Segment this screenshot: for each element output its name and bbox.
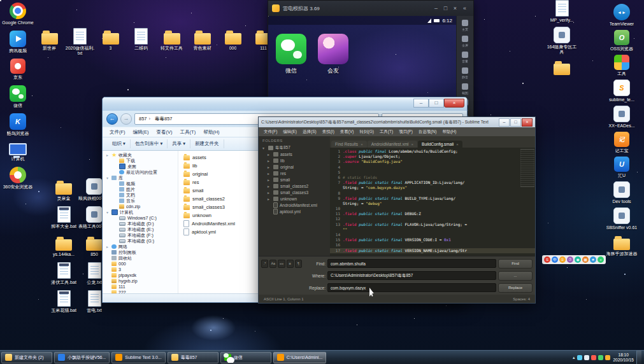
emulator-toolbar-item[interactable]: 截图 [461,83,469,96]
menu-item[interactable]: 查看(V) [338,129,357,136]
desktop-icon[interactable]: O OSS浏览器 [605,30,638,52]
find-toggle-icon[interactable]: ¶ [295,260,302,268]
quick-launch-icon[interactable]: + [597,256,604,263]
replace-button[interactable]: Replace [498,283,533,293]
nav-tree-item[interactable]: 视频 [103,181,178,186]
tray-icon[interactable] [591,355,596,360]
desktop-icon[interactable]: 新世界 [34,28,64,56]
tree-item[interactable]: AndroidManifest.xml [259,202,330,208]
toolbar-button[interactable]: 组织 ▾ [108,139,131,148]
breadcrumb-item[interactable]: 857 [138,116,154,122]
tree-item[interactable]: ▸ assets [259,151,330,157]
nav-tree-item[interactable]: ▾ 计算机 [103,209,178,215]
expand-arrow-icon[interactable]: ▸ [268,197,271,201]
tree-item[interactable]: ▸ smali_classes2 [259,183,330,189]
nav-tree-item[interactable]: 000 [103,261,178,267]
taskbar-button[interactable]: C:\Users\Admini... [273,352,326,363]
nav-tree-item[interactable]: 本地磁盘 (G:) [103,238,178,244]
status-indent[interactable]: Spaces: 4 [513,297,530,301]
tray-expand-icon[interactable]: ▴ [573,355,575,360]
menu-item[interactable]: 工具(T) [177,129,199,136]
nav-tree-item[interactable]: 3 [103,267,178,272]
quick-launch-icon[interactable]: ◉ [575,256,581,263]
tree-item[interactable]: apktool.yml [259,208,330,214]
tree-item[interactable]: ▸ unknown [259,195,330,202]
desktop-icon[interactable]: 164随身专区工具 [545,27,578,55]
desktop-icon[interactable]: 000 [218,28,248,56]
tray-icon[interactable] [584,355,589,360]
nav-tree-item[interactable]: 音乐 [103,198,178,204]
expand-arrow-icon[interactable]: ▸ [268,171,271,176]
tree-item[interactable]: ▸ original [259,164,330,170]
taskbar-button[interactable]: 新建文件夹 (2) [1,352,52,363]
quick-launch-icon[interactable]: 中 [552,256,558,263]
emulator-toolbar-item[interactable]: 音量 [461,52,469,64]
nav-tree-item[interactable]: hygxb.zip [103,278,178,284]
desktop-icon[interactable]: ◄► TeamViewer [605,4,638,27]
quick-launch-icon[interactable]: ▦ [582,256,589,263]
emulator-toolbar-item[interactable]: 主页 [461,20,469,32]
desktop-icon[interactable]: 计算机 [1,141,34,162]
nav-tree-item[interactable]: ptpayxdk [103,272,178,278]
menu-item[interactable]: 编辑(E) [130,129,152,136]
minimap[interactable] [520,149,534,187]
desktop-icon[interactable]: MP_verify... [545,0,578,23]
expand-arrow-icon[interactable]: ▸ [268,158,271,163]
emulator-window-control-button[interactable]: × [450,5,460,11]
desktop-icon[interactable]: S sublime_te... [605,80,638,102]
desktop-icon[interactable]: 青色素材 [187,28,217,56]
find-toggle-icon[interactable]: «» [278,260,285,268]
menu-item[interactable]: 文件(F) [106,129,129,136]
expand-arrow-icon[interactable]: ▾ [105,210,110,214]
explorer-titlebar[interactable]: –□× [103,97,467,111]
desktop-icon[interactable]: ys.144ka... [47,234,80,257]
tree-item[interactable]: ▸ smali_classes3 [259,189,330,195]
code-editor[interactable]: 1.class public final Lcom/abmbm/shuifa/B… [330,148,535,256]
menu-item[interactable]: 帮助(H) [200,129,222,136]
desktop-icon[interactable]: XX~EADes... [605,106,638,129]
find-toggle-icon[interactable]: .* [261,260,268,268]
expand-arrow-icon[interactable]: ▸ [268,184,271,188]
back-button[interactable]: ← [106,113,118,125]
desktop-icon[interactable]: U 汇U [605,157,638,178]
editor-tab[interactable]: Find Results [331,141,367,148]
nav-tree-item[interactable]: 文档 [103,192,178,198]
toolbar-button[interactable]: 共享 ▾ [168,139,190,148]
tree-item[interactable]: ▸ smali [259,176,330,183]
quick-launch-icon[interactable]: S [544,256,550,263]
tree-item[interactable]: ▸ res [259,170,330,176]
emulator-app[interactable]: 微信 [276,34,306,75]
emulator-toolbar-item[interactable]: 静音 [461,67,469,80]
menu-item[interactable]: 首选项(N) [416,129,440,136]
toolbar-button[interactable]: 新建文件夹 [190,139,224,148]
desktop-icon[interactable]: 潜伏工具.bat [47,262,80,285]
nav-tree-item[interactable]: 最近访问的位置 [103,169,178,175]
expand-arrow-icon[interactable]: ▾ [105,176,110,180]
tray-icon[interactable] [577,355,582,360]
expand-arrow-icon[interactable]: ▾ [262,146,266,150]
emulator-window-control-button[interactable]: □ [441,5,450,11]
nav-tree-item[interactable]: 下载 [103,158,178,164]
desktop-icon[interactable]: 记 记工宝 [605,132,638,153]
desktop-icon[interactable]: Google Chrome [1,3,34,25]
sublime-window-control-button[interactable]: – [499,118,510,127]
desktop-icon[interactable]: 微信 [1,85,34,108]
menu-item[interactable]: 查找(I) [320,129,337,136]
menu-item[interactable]: 文件(F) [261,129,280,136]
taskbar-button[interactable]: 毒毒857 [168,352,218,363]
quick-launch-icon[interactable]: ★ [590,256,596,263]
desktop-icon[interactable]: SBSniffer v0.61 [605,207,638,230]
expand-arrow-icon[interactable]: ▸ [105,244,110,249]
explorer-window-control-button[interactable]: × [444,99,464,108]
menu-item[interactable]: 帮助(H) [440,129,459,136]
menu-item[interactable]: 工具(T) [377,129,396,136]
taskbar-button[interactable]: 微信 [220,352,271,363]
where-browse-button[interactable]: ... [498,271,533,281]
find-toggle-icon[interactable]: Aa [269,260,276,268]
desktop-icon[interactable]: 京东 [1,59,34,80]
taskbar-clock[interactable]: 18:10 2020/10/15 [613,353,634,362]
editor-tab[interactable]: AndroidManifest.xml [368,141,417,148]
forward-button[interactable]: → [120,113,132,125]
nav-tree-item[interactable]: 111 [103,284,178,290]
emulator-toolbar-item[interactable]: 全屏 [461,36,469,48]
